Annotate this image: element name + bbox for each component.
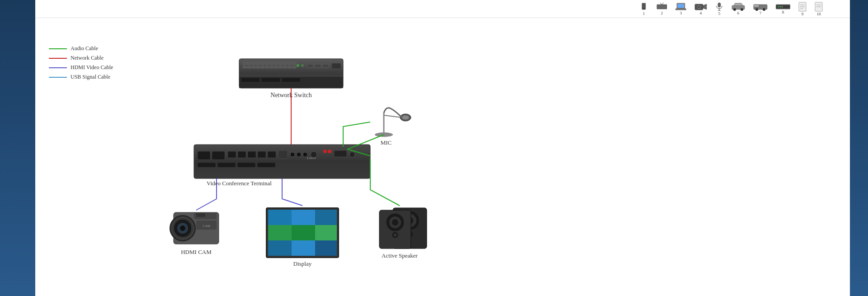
svg-rect-101 bbox=[194, 212, 217, 219]
svg-rect-93 bbox=[237, 163, 255, 167]
svg-rect-44 bbox=[283, 62, 287, 65]
icon-label-6: 6 bbox=[737, 11, 740, 15]
svg-rect-54 bbox=[274, 66, 278, 68]
svg-rect-74 bbox=[194, 145, 370, 179]
device-icon-5[interactable]: 5 bbox=[715, 2, 723, 16]
device-icon-3[interactable]: 3 bbox=[675, 3, 686, 15]
mic-group: MIC bbox=[375, 108, 411, 146]
cam-brand: CAM bbox=[203, 224, 211, 228]
svg-rect-57 bbox=[288, 66, 292, 68]
device-icon-6[interactable]: 6 bbox=[731, 3, 745, 15]
main-content: 1 2 3 bbox=[35, 0, 850, 296]
svg-rect-43 bbox=[279, 62, 283, 65]
svg-rect-46 bbox=[292, 62, 296, 65]
legend-network: Network Cable bbox=[49, 55, 113, 61]
svg-point-126 bbox=[386, 213, 404, 231]
legend-audio: Audio Cable bbox=[49, 45, 113, 52]
svg-rect-118 bbox=[315, 240, 337, 256]
svg-rect-47 bbox=[243, 66, 246, 68]
svg-rect-60 bbox=[315, 64, 321, 68]
svg-rect-112 bbox=[315, 210, 337, 225]
svg-rect-6 bbox=[678, 4, 684, 8]
usb-cable-line bbox=[49, 77, 67, 78]
network-switch-label: Network Switch bbox=[270, 92, 311, 99]
device-icon-1[interactable]: 1 bbox=[639, 2, 648, 16]
svg-point-87 bbox=[323, 150, 327, 153]
svg-point-130 bbox=[394, 234, 397, 237]
svg-rect-79 bbox=[248, 151, 256, 158]
svg-point-100 bbox=[172, 217, 193, 239]
svg-rect-94 bbox=[257, 163, 275, 167]
svg-rect-50 bbox=[256, 66, 260, 68]
svg-marker-11 bbox=[703, 4, 707, 9]
svg-rect-119 bbox=[393, 208, 427, 249]
legend: Audio Cable Network Cable HDMI Video Cab… bbox=[49, 45, 113, 80]
vct-label: Video Conference Terminal bbox=[207, 180, 272, 187]
svg-rect-103 bbox=[196, 221, 217, 230]
svg-rect-12 bbox=[718, 3, 721, 7]
icon-label-8: 8 bbox=[782, 10, 784, 14]
vct-brand: LOGO bbox=[307, 156, 316, 160]
svg-rect-0 bbox=[642, 3, 646, 9]
svg-point-97 bbox=[174, 219, 192, 237]
svg-rect-95 bbox=[174, 212, 219, 244]
vct-group: Video Conference Terminal LOGO bbox=[194, 145, 370, 187]
diagram-svg: Network Switch MIC bbox=[35, 18, 850, 296]
svg-rect-77 bbox=[228, 151, 236, 158]
svg-rect-37 bbox=[252, 62, 255, 65]
device-icon-9[interactable]: 9 bbox=[798, 2, 807, 16]
svg-rect-53 bbox=[270, 66, 274, 68]
svg-rect-75 bbox=[198, 151, 210, 160]
svg-point-86 bbox=[311, 151, 317, 158]
svg-point-123 bbox=[406, 230, 413, 238]
svg-rect-105 bbox=[268, 210, 337, 256]
svg-rect-1 bbox=[643, 9, 645, 9]
network-cable-label: Network Cable bbox=[71, 55, 104, 61]
speaker-group: Active Speaker bbox=[379, 208, 427, 259]
svg-rect-55 bbox=[279, 66, 283, 68]
svg-rect-111 bbox=[292, 210, 315, 225]
svg-line-71 bbox=[384, 115, 402, 117]
svg-point-88 bbox=[328, 150, 331, 153]
svg-rect-116 bbox=[268, 240, 292, 256]
svg-point-84 bbox=[297, 152, 301, 157]
device-icons-row: 1 2 3 bbox=[639, 2, 823, 16]
usb-cable-label: USB Signal Cable bbox=[71, 74, 110, 80]
svg-rect-81 bbox=[268, 151, 276, 158]
hdmi-cable-label: HDMI Video Cable bbox=[71, 64, 113, 71]
right-sidebar bbox=[850, 0, 868, 296]
svg-point-96 bbox=[170, 216, 195, 241]
svg-point-121 bbox=[403, 214, 416, 227]
device-icon-4[interactable]: 4 bbox=[694, 3, 707, 15]
svg-rect-110 bbox=[268, 210, 292, 225]
device-icon-2[interactable]: 2 bbox=[656, 3, 667, 15]
svg-rect-38 bbox=[256, 62, 260, 65]
svg-line-3 bbox=[660, 3, 662, 5]
svg-rect-66 bbox=[241, 78, 259, 82]
svg-rect-39 bbox=[261, 62, 264, 65]
svg-point-83 bbox=[290, 152, 295, 157]
svg-point-98 bbox=[177, 223, 188, 234]
svg-rect-76 bbox=[212, 151, 225, 160]
svg-point-124 bbox=[408, 232, 411, 236]
svg-rect-34 bbox=[239, 59, 343, 88]
svg-rect-125 bbox=[379, 210, 411, 249]
svg-point-62 bbox=[297, 64, 299, 67]
svg-rect-65 bbox=[239, 77, 343, 88]
device-icon-8[interactable]: 8 bbox=[776, 4, 790, 14]
display-label: Display bbox=[293, 260, 312, 267]
svg-point-128 bbox=[392, 219, 398, 226]
device-icon-10[interactable]: 10 bbox=[815, 2, 823, 16]
svg-rect-35 bbox=[243, 62, 246, 65]
svg-rect-41 bbox=[270, 62, 274, 65]
device-icon-7[interactable]: 7 bbox=[753, 3, 768, 15]
svg-rect-115 bbox=[315, 225, 337, 240]
svg-rect-51 bbox=[261, 66, 264, 68]
icon-label-2: 2 bbox=[661, 11, 663, 15]
display-group: Display bbox=[266, 208, 339, 267]
svg-point-90 bbox=[349, 152, 355, 157]
svg-line-4 bbox=[662, 3, 664, 5]
network-cable-line bbox=[49, 58, 67, 59]
svg-point-85 bbox=[303, 152, 307, 157]
diagram-area: Audio Cable Network Cable HDMI Video Cab… bbox=[35, 18, 850, 296]
